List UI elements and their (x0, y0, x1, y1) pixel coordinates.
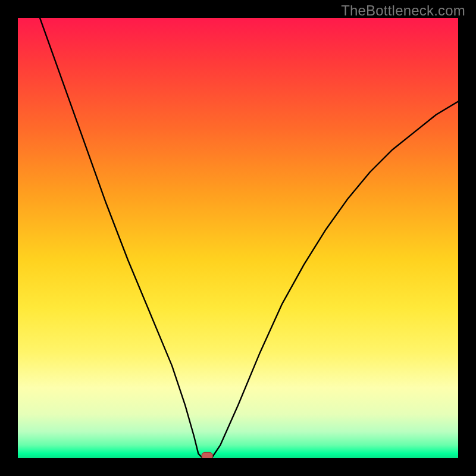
plot-area (18, 18, 458, 458)
chart-frame: TheBottleneck.com (0, 0, 476, 476)
optimal-marker (202, 452, 212, 458)
watermark-text: TheBottleneck.com (341, 2, 465, 19)
bottleneck-curve (40, 18, 458, 458)
curve-layer (18, 18, 458, 458)
